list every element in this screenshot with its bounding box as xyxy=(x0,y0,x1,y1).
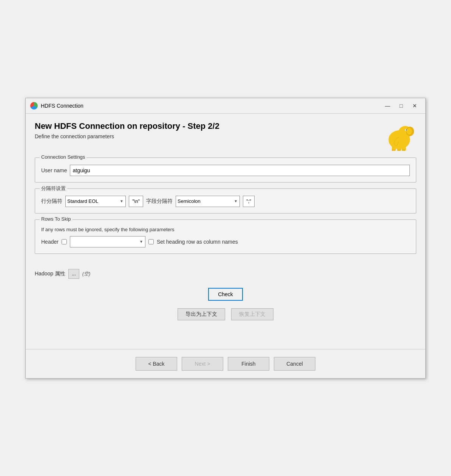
dialog-subtitle: Define the connection parameters xyxy=(35,133,219,139)
app-icon xyxy=(30,102,38,110)
hadoop-row: Hadoop 属性 ... (空) xyxy=(26,266,425,282)
dialog-content: Connection Settings User name 分隔符设置 行分隔符… xyxy=(26,158,425,266)
field-sep-select-wrapper: Semicolon Comma Tab Pipe ▼ xyxy=(176,196,240,207)
title-bar-left: HDFS Connection xyxy=(30,102,83,110)
cancel-button[interactable]: Cancel xyxy=(274,357,315,371)
maximize-button[interactable]: □ xyxy=(395,101,407,110)
field-sep-select[interactable]: Semicolon Comma Tab Pipe xyxy=(176,196,240,207)
restore-context-button[interactable]: 恢复上下文 xyxy=(231,308,273,320)
rows-skip-description: If any rows must be ignored, specify the… xyxy=(41,227,410,232)
hadoop-props-button[interactable]: ... xyxy=(68,269,79,279)
header-dropdown[interactable] xyxy=(70,236,145,247)
dialog-footer: < Back Next > Finish Cancel xyxy=(26,349,425,378)
svg-rect-9 xyxy=(392,149,393,151)
connection-settings-content: User name xyxy=(35,158,416,182)
header-checkbox[interactable] xyxy=(62,239,67,244)
hadoop-empty-text: (空) xyxy=(82,270,91,277)
svg-rect-11 xyxy=(397,149,399,151)
header-row: Header ▼ Set heading row as column names xyxy=(41,236,410,247)
spacer xyxy=(26,326,425,349)
hadoop-logo xyxy=(382,121,416,151)
separator-settings-content: 行分隔符 Standard EOL CR+LF CR LF ▼ "\n" 字段分… xyxy=(35,189,416,213)
svg-point-3 xyxy=(407,128,412,134)
header-dropdown-wrapper: ▼ xyxy=(70,236,145,247)
minimize-button[interactable]: — xyxy=(381,101,394,110)
header-text: New HDFS Connection on repository - Step… xyxy=(35,121,219,139)
svg-rect-10 xyxy=(394,149,395,151)
svg-rect-14 xyxy=(404,149,405,151)
check-button[interactable]: Check xyxy=(208,288,243,301)
next-button[interactable]: Next > xyxy=(182,357,223,371)
username-label: User name xyxy=(41,167,67,173)
window-title: HDFS Connection xyxy=(41,103,83,109)
connection-settings-section: Connection Settings User name xyxy=(35,158,416,182)
hadoop-label: Hadoop 属性 xyxy=(35,270,65,277)
svg-point-5 xyxy=(406,129,407,130)
svg-rect-13 xyxy=(402,149,403,151)
field-sep-label: 字段分隔符 xyxy=(146,198,173,205)
row-sep-select[interactable]: Standard EOL CR+LF CR LF xyxy=(65,196,126,207)
row-sep-select-wrapper: Standard EOL CR+LF CR LF ▼ xyxy=(65,196,126,207)
title-bar: HDFS Connection — □ ✕ xyxy=(26,98,425,114)
rows-to-skip-content: If any rows must be ignored, specify the… xyxy=(35,220,416,253)
row-sep-label: 行分隔符 xyxy=(41,198,62,205)
export-context-button[interactable]: 导出为上下文 xyxy=(178,308,225,320)
svg-rect-12 xyxy=(399,149,400,151)
username-input[interactable] xyxy=(70,165,410,176)
rows-to-skip-label: Rows To Skip xyxy=(40,216,73,222)
field-sep-value: ";" xyxy=(243,196,255,207)
set-heading-checkbox[interactable] xyxy=(148,239,154,244)
back-button[interactable]: < Back xyxy=(136,357,177,371)
finish-button[interactable]: Finish xyxy=(228,357,269,371)
separator-settings-label: 分隔符设置 xyxy=(40,185,67,192)
dialog-title: New HDFS Connection on repository - Step… xyxy=(35,121,219,131)
header-label: Header xyxy=(41,239,59,245)
set-heading-label: Set heading row as column names xyxy=(157,239,238,245)
main-window: HDFS Connection — □ ✕ New HDFS Connectio… xyxy=(25,98,426,379)
separator-settings-section: 分隔符设置 行分隔符 Standard EOL CR+LF CR LF ▼ "\… xyxy=(35,189,416,213)
separator-row: 行分隔符 Standard EOL CR+LF CR LF ▼ "\n" 字段分… xyxy=(41,196,410,207)
row-sep-value: "\n" xyxy=(129,196,143,207)
action-row: 导出为上下文 恢复上下文 xyxy=(26,304,425,326)
title-controls: — □ ✕ xyxy=(381,101,421,110)
dialog-header: New HDFS Connection on repository - Step… xyxy=(26,114,425,158)
close-button[interactable]: ✕ xyxy=(409,101,421,110)
rows-to-skip-section: Rows To Skip If any rows must be ignored… xyxy=(35,219,416,254)
check-area: Check xyxy=(26,282,425,304)
username-row: User name xyxy=(41,165,410,176)
connection-settings-label: Connection Settings xyxy=(40,154,86,160)
